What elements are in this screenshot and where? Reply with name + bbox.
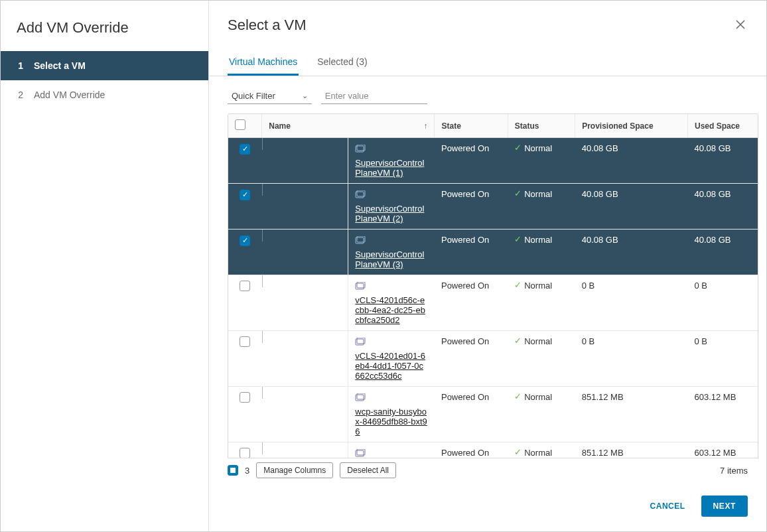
status-ok-icon: ✓ (514, 143, 522, 152)
chevron-down-icon: ⌄ (302, 92, 308, 100)
table-row[interactable]: vCLS-4201d56c-ecbb-4ea2-dc25-ebcbfca250d… (228, 275, 758, 331)
vm-name-cell: vCLS-4201d56c-ecbb-4ea2-dc25-ebcbfca250d… (348, 275, 435, 331)
row-divider (262, 387, 348, 442)
table-row[interactable]: wcp-sanity-busybox-84695dfb88-fnhpgPower… (228, 442, 758, 459)
status-ok-icon: ✓ (514, 281, 522, 289)
row-checkbox-cell[interactable] (228, 331, 262, 387)
status-ok-icon: ✓ (514, 235, 522, 243)
step-label: Select a VM (34, 60, 86, 71)
vm-name-link[interactable]: vCLS-4201ed01-6eb4-4dd1-f057-0c662cc53d6… (355, 351, 428, 381)
tab-selected[interactable]: Selected (3) (316, 50, 368, 76)
column-header-status[interactable]: Status (508, 114, 575, 138)
vm-status: ✓Normal (508, 138, 575, 184)
vm-name-link[interactable]: SupervisorControlPlaneVM (2) (355, 204, 428, 224)
row-checkbox[interactable] (240, 281, 250, 291)
vm-used: 40.08 GB (688, 230, 759, 275)
vm-used: 40.08 GB (688, 184, 759, 230)
tab-virtual-machines[interactable]: Virtual Machines (228, 50, 299, 76)
vm-status: ✓Normal (508, 184, 575, 230)
deselect-all-button[interactable]: Deselect All (340, 462, 396, 478)
vm-used: 0 B (688, 275, 759, 331)
manage-columns-button[interactable]: Manage Columns (256, 462, 333, 478)
row-checkbox-cell[interactable] (228, 275, 262, 331)
row-checkbox-cell[interactable]: ✓ (228, 138, 262, 184)
vm-name-cell: SupervisorControlPlaneVM (3) (348, 230, 435, 275)
column-header-used[interactable]: Used Space (688, 114, 759, 138)
vm-name-link[interactable]: SupervisorControlPlaneVM (1) (355, 158, 428, 178)
vm-table-container: Name ↑ State Status Provisioned Space Us… (228, 113, 758, 458)
vm-provisioned: 0 B (575, 331, 688, 387)
filter-input[interactable] (321, 88, 427, 104)
next-button[interactable]: NEXT (701, 496, 748, 517)
row-checkbox[interactable] (240, 448, 250, 458)
status-text: Normal (524, 189, 552, 199)
vm-used: 40.08 GB (688, 138, 759, 184)
status-text: Normal (524, 281, 552, 291)
vm-state: Powered On (435, 230, 508, 275)
row-divider (262, 442, 348, 459)
column-header-checkbox[interactable] (228, 114, 262, 138)
vm-status: ✓Normal (508, 331, 575, 387)
vm-status: ✓Normal (508, 387, 575, 442)
step-number: 1 (17, 60, 23, 71)
vm-name-link[interactable]: vCLS-4201d56c-ecbb-4ea2-dc25-ebcbfca250d… (355, 295, 428, 325)
row-checkbox-cell[interactable]: ✓ (228, 230, 262, 275)
vm-icon (355, 282, 366, 291)
status-ok-icon: ✓ (514, 448, 522, 456)
table-row[interactable]: vCLS-4201ed01-6eb4-4dd1-f057-0c662cc53d6… (228, 331, 758, 387)
column-header-name[interactable]: Name ↑ (262, 114, 435, 138)
row-checkbox[interactable]: ✓ (240, 190, 250, 200)
vm-state: Powered On (435, 275, 508, 331)
table-footer-left: 3 Manage Columns Deselect All (228, 462, 396, 478)
table-row[interactable]: ✓SupervisorControlPlaneVM (1)Powered On✓… (228, 138, 758, 184)
vm-status: ✓Normal (508, 442, 575, 459)
vm-state: Powered On (435, 387, 508, 442)
row-checkbox-cell[interactable] (228, 442, 262, 459)
vm-icon (355, 449, 366, 458)
vm-provisioned: 40.08 GB (575, 230, 688, 275)
table-footer: 3 Manage Columns Deselect All 7 items (209, 458, 766, 482)
status-text: Normal (524, 143, 552, 153)
row-checkbox[interactable] (240, 336, 250, 347)
row-checkbox-cell[interactable] (228, 387, 262, 442)
row-checkbox[interactable]: ✓ (240, 144, 250, 155)
row-divider (262, 184, 348, 230)
panel-title: Select a VM (228, 17, 307, 34)
row-checkbox[interactable]: ✓ (240, 235, 250, 246)
vm-state: Powered On (435, 138, 508, 184)
quick-filter-dropdown[interactable]: Quick Filter ⌄ (228, 88, 312, 104)
row-divider (262, 331, 348, 387)
table-row[interactable]: ✓SupervisorControlPlaneVM (3)Powered On✓… (228, 230, 758, 275)
select-all-checkbox[interactable] (235, 119, 245, 130)
quick-filter-label: Quick Filter (232, 91, 275, 101)
item-count: 7 items (720, 466, 748, 476)
row-checkbox-cell[interactable]: ✓ (228, 184, 262, 230)
close-icon[interactable] (733, 17, 748, 34)
selected-count: 3 (245, 466, 249, 476)
row-checkbox[interactable] (240, 392, 250, 403)
sort-asc-icon: ↑ (423, 121, 427, 131)
column-header-state[interactable]: State (435, 114, 508, 138)
vm-state: Powered On (435, 442, 508, 459)
vm-name-cell: vCLS-4201ed01-6eb4-4dd1-f057-0c662cc53d6… (348, 331, 435, 387)
footer-select-indicator[interactable] (228, 465, 238, 476)
vm-used: 603.12 MB (688, 442, 759, 459)
wizard-step-select-vm[interactable]: 1 Select a VM (1, 51, 208, 80)
wizard-step-add-override[interactable]: 2 Add VM Override (1, 80, 208, 109)
wizard-steps-panel: Add VM Override 1 Select a VM 2 Add VM O… (1, 1, 209, 531)
vm-name-cell: wcp-sanity-busybox-84695dfb88-fnhpg (348, 442, 435, 459)
vm-icon (355, 393, 366, 403)
vm-name-link[interactable]: wcp-sanity-busybox-84695dfb88-bxt96 (355, 407, 428, 436)
table-row[interactable]: ✓SupervisorControlPlaneVM (2)Powered On✓… (228, 184, 758, 230)
cancel-button[interactable]: CANCEL (646, 496, 689, 516)
vm-status: ✓Normal (508, 230, 575, 275)
vm-provisioned: 851.12 MB (575, 387, 688, 442)
vm-used: 0 B (688, 331, 759, 387)
vm-icon (355, 236, 366, 245)
vm-name-link[interactable]: SupervisorControlPlaneVM (3) (355, 249, 428, 269)
vm-table: Name ↑ State Status Provisioned Space Us… (228, 114, 758, 458)
vm-provisioned: 0 B (575, 275, 688, 331)
status-text: Normal (524, 448, 552, 458)
table-row[interactable]: wcp-sanity-busybox-84695dfb88-bxt96Power… (228, 387, 758, 442)
column-header-provisioned[interactable]: Provisioned Space (575, 114, 688, 138)
